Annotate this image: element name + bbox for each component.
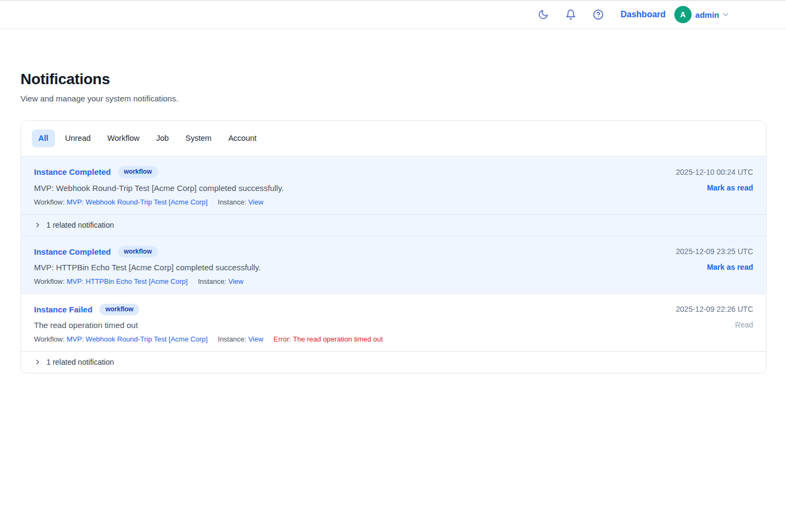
notification-title-link[interactable]: Instance Completed (34, 247, 111, 256)
help-button[interactable] (593, 9, 604, 20)
category-badge: workflow (99, 304, 139, 315)
notification-timestamp: 2025-12-10 00:24 UTC (676, 168, 753, 176)
chevron-right-icon (34, 358, 42, 366)
mark-as-read-button[interactable]: Mark as read (707, 263, 753, 271)
mark-as-read-button[interactable]: Mark as read (707, 183, 753, 192)
tab-all[interactable]: All (32, 129, 55, 147)
workflow-link[interactable]: MVP: HTTPBin Echo Test [Acme Corp] (66, 277, 187, 285)
notification-filter-tabs: All Unread Workflow Job System Account (21, 121, 766, 156)
tab-unread[interactable]: Unread (59, 129, 98, 147)
related-notifications-toggle[interactable]: 1 related notification (21, 351, 766, 373)
instance-view-link[interactable]: View (248, 335, 263, 343)
help-circle-icon (593, 9, 604, 20)
instance-view-link[interactable]: View (248, 198, 263, 206)
user-menu-button[interactable]: admin (695, 10, 730, 19)
instance-label: Instance: (218, 335, 247, 343)
instance-label: Instance: (198, 277, 227, 285)
error-message: Error: The read operation timed out (274, 335, 383, 343)
notification-item: Instance Failed workflow 2025-12-09 22:2… (21, 294, 766, 373)
related-notifications-toggle[interactable]: 1 related notification (21, 214, 766, 236)
nav-link-dashboard[interactable]: Dashboard (620, 10, 666, 19)
tab-workflow[interactable]: Workflow (101, 129, 146, 147)
page-title: Notifications (20, 71, 767, 88)
page-subtitle: View and manage your system notification… (20, 94, 767, 103)
workflow-link[interactable]: MVP: Webhook Round-Trip Test [Acme Corp] (66, 198, 207, 206)
chevron-right-icon (34, 221, 42, 229)
tab-job[interactable]: Job (149, 129, 175, 147)
category-badge: workflow (118, 246, 158, 257)
instance-label: Instance: (218, 198, 247, 206)
workflow-label: Workflow: (34, 335, 65, 343)
workflow-label: Workflow: (34, 198, 65, 206)
notification-message: MVP: HTTPBin Echo Test [Acme Corp] compl… (34, 263, 261, 272)
notification-timestamp: 2025-12-09 23:25 UTC (676, 247, 753, 256)
chevron-down-icon (721, 10, 730, 19)
notifications-card: All Unread Workflow Job System Account I… (20, 120, 767, 373)
workflow-label: Workflow: (34, 277, 65, 285)
notification-message: MVP: Webhook Round-Trip Test [Acme Corp]… (34, 183, 284, 193)
user-name-label: admin (695, 10, 719, 19)
notifications-bell-button[interactable] (565, 9, 576, 20)
read-status-label: Read (735, 320, 753, 329)
user-avatar[interactable]: A (674, 6, 692, 23)
notification-body: Instance Completed workflow 2025-12-10 0… (21, 156, 766, 214)
workflow-link[interactable]: MVP: Webhook Round-Trip Test [Acme Corp] (66, 335, 207, 343)
moon-icon (538, 9, 549, 20)
notification-item: Instance Completed workflow 2025-12-09 2… (21, 236, 766, 294)
tab-account[interactable]: Account (222, 129, 263, 147)
notification-body: Instance Completed workflow 2025-12-09 2… (21, 236, 766, 294)
bell-icon (565, 9, 576, 20)
notification-message: The read operation timed out (34, 320, 138, 330)
notification-item: Instance Completed workflow 2025-12-10 0… (21, 156, 766, 235)
related-notifications-label: 1 related notification (46, 221, 114, 229)
notifications-page: Notifications View and manage your syste… (0, 71, 786, 373)
instance-view-link[interactable]: View (228, 277, 243, 285)
top-bar: Dashboard A admin (0, 0, 786, 29)
notification-timestamp: 2025-12-09 22:26 UTC (676, 305, 753, 313)
notification-title-link[interactable]: Instance Failed (34, 305, 92, 314)
notification-body: Instance Failed workflow 2025-12-09 22:2… (21, 294, 766, 351)
related-notifications-label: 1 related notification (46, 358, 114, 366)
dark-mode-toggle-button[interactable] (538, 9, 549, 20)
notification-title-link[interactable]: Instance Completed (34, 167, 111, 176)
category-badge: workflow (118, 166, 158, 178)
tab-system[interactable]: System (179, 129, 218, 147)
